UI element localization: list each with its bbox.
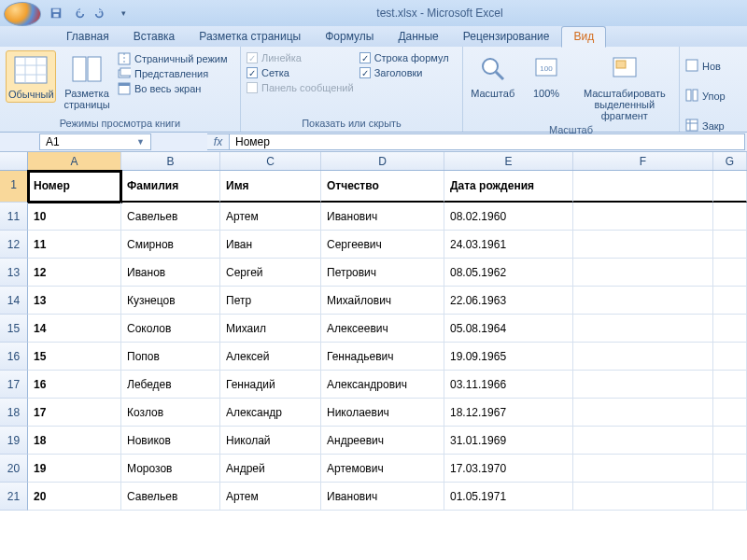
- qat-undo-icon[interactable]: [69, 4, 88, 22]
- row-header[interactable]: 11: [0, 203, 28, 231]
- cell[interactable]: 19.09.1965: [444, 343, 573, 371]
- cell[interactable]: Андрей: [220, 455, 321, 483]
- arrange-all-button[interactable]: Упор: [685, 82, 726, 110]
- qat-customize-icon[interactable]: ▾: [114, 4, 133, 22]
- cell[interactable]: Александрович: [321, 371, 444, 399]
- cell[interactable]: Александр: [220, 399, 321, 427]
- cell[interactable]: 12: [28, 259, 121, 287]
- cell[interactable]: 10: [28, 203, 121, 231]
- col-header-C[interactable]: C: [220, 152, 321, 170]
- cell[interactable]: 17: [28, 399, 121, 427]
- full-screen-button[interactable]: Во весь экран: [118, 82, 228, 95]
- col-header-G[interactable]: G: [713, 152, 747, 170]
- cell[interactable]: [713, 483, 747, 511]
- cell[interactable]: Савельев: [121, 203, 220, 231]
- cell[interactable]: 13: [28, 287, 121, 315]
- cell[interactable]: [573, 455, 713, 483]
- row-header[interactable]: 14: [0, 287, 28, 315]
- custom-views-button[interactable]: Представления: [118, 67, 228, 80]
- tab-insert[interactable]: Вставка: [121, 26, 188, 47]
- col-header-F[interactable]: F: [573, 152, 713, 170]
- cell[interactable]: 18.12.1967: [444, 399, 573, 427]
- col-header-B[interactable]: B: [121, 152, 220, 170]
- cell[interactable]: [573, 427, 713, 455]
- cell[interactable]: 03.11.1966: [444, 371, 573, 399]
- headings-checkbox[interactable]: ✓Заголовки: [359, 67, 449, 78]
- cell[interactable]: 22.06.1963: [444, 287, 573, 315]
- cell[interactable]: [713, 287, 747, 315]
- cell[interactable]: [713, 399, 747, 427]
- cell-D1[interactable]: Отчество: [321, 171, 444, 203]
- view-normal-button[interactable]: Обычный: [6, 50, 56, 103]
- cell[interactable]: Иванович: [321, 203, 444, 231]
- cell-A1[interactable]: Номер: [28, 171, 121, 203]
- cell[interactable]: Иванович: [321, 483, 444, 511]
- cell[interactable]: [573, 483, 713, 511]
- formula-input[interactable]: Номер: [230, 133, 745, 150]
- cell[interactable]: [713, 315, 747, 343]
- zoom-selection-button[interactable]: Масштабировать выделенный фрагмент: [576, 50, 673, 123]
- cell[interactable]: 20: [28, 483, 121, 511]
- row-header[interactable]: 13: [0, 259, 28, 287]
- select-all-corner[interactable]: [0, 152, 28, 170]
- cell[interactable]: Иванов: [121, 259, 220, 287]
- zoom-100-button[interactable]: 100 100%: [522, 50, 570, 101]
- cell[interactable]: [573, 231, 713, 259]
- cell[interactable]: Алексей: [220, 343, 321, 371]
- cell[interactable]: Андреевич: [321, 427, 444, 455]
- formula-bar-checkbox[interactable]: ✓Строка формул: [359, 52, 449, 63]
- cell[interactable]: 31.01.1969: [444, 427, 573, 455]
- tab-formulas[interactable]: Формулы: [313, 26, 386, 47]
- col-header-A[interactable]: A: [28, 152, 121, 170]
- tab-data[interactable]: Данные: [386, 26, 450, 47]
- cell[interactable]: 24.03.1961: [444, 231, 573, 259]
- new-window-button[interactable]: Нов: [685, 52, 726, 80]
- cell[interactable]: [573, 343, 713, 371]
- cell[interactable]: [713, 231, 747, 259]
- cell[interactable]: [573, 399, 713, 427]
- cell[interactable]: [573, 287, 713, 315]
- row-header[interactable]: 21: [0, 483, 28, 511]
- cell[interactable]: [573, 371, 713, 399]
- name-box-dropdown-icon[interactable]: ▼: [136, 137, 145, 147]
- cell[interactable]: Артем: [220, 203, 321, 231]
- qat-save-icon[interactable]: [47, 4, 65, 22]
- cell[interactable]: Михайлович: [321, 287, 444, 315]
- cell-F1[interactable]: [573, 171, 713, 203]
- cell[interactable]: Иван: [220, 231, 321, 259]
- tab-page-layout[interactable]: Разметка страницы: [187, 26, 313, 47]
- tab-review[interactable]: Рецензирование: [451, 26, 562, 47]
- ruler-checkbox[interactable]: ✓Линейка: [247, 52, 354, 63]
- cell-E1[interactable]: Дата рождения: [444, 171, 573, 203]
- row-header[interactable]: 19: [0, 427, 28, 455]
- cell[interactable]: Петр: [220, 287, 321, 315]
- cell[interactable]: Попов: [121, 343, 220, 371]
- cell[interactable]: 14: [28, 315, 121, 343]
- cell[interactable]: Петрович: [321, 259, 444, 287]
- page-break-preview-button[interactable]: Страничный режим: [118, 52, 228, 65]
- cell[interactable]: [573, 203, 713, 231]
- cell[interactable]: Николаевич: [321, 399, 444, 427]
- cell[interactable]: Сергеевич: [321, 231, 444, 259]
- cell[interactable]: Козлов: [121, 399, 220, 427]
- cell[interactable]: Новиков: [121, 427, 220, 455]
- cell[interactable]: Лебедев: [121, 371, 220, 399]
- cell[interactable]: [713, 259, 747, 287]
- cell[interactable]: Смирнов: [121, 231, 220, 259]
- cell[interactable]: Артем: [220, 483, 321, 511]
- cell[interactable]: Михаил: [220, 315, 321, 343]
- col-header-D[interactable]: D: [321, 152, 444, 170]
- qat-redo-icon[interactable]: [92, 4, 110, 22]
- cell[interactable]: Артемович: [321, 455, 444, 483]
- tab-view[interactable]: Вид: [561, 26, 606, 48]
- row-header[interactable]: 20: [0, 455, 28, 483]
- row-header[interactable]: 17: [0, 371, 28, 399]
- cell[interactable]: 01.05.1971: [444, 483, 573, 511]
- cell-C1[interactable]: Имя: [220, 171, 321, 203]
- tab-home[interactable]: Главная: [54, 26, 121, 47]
- cell-B1[interactable]: Фамилия: [121, 171, 220, 203]
- cell[interactable]: Савельев: [121, 483, 220, 511]
- cell-G1[interactable]: [713, 171, 747, 203]
- cell[interactable]: 19: [28, 455, 121, 483]
- cell[interactable]: 18: [28, 427, 121, 455]
